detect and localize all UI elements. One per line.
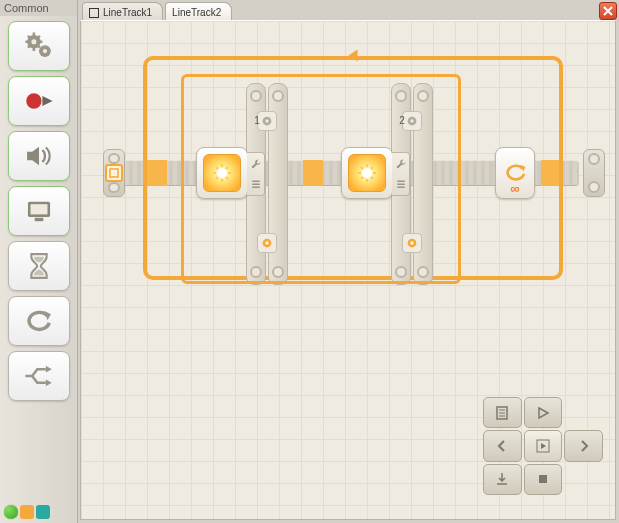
nav-left-button[interactable] — [483, 430, 522, 461]
palette-sound-block[interactable] — [8, 131, 70, 181]
palette-display-block[interactable] — [8, 186, 70, 236]
svg-point-12 — [265, 241, 269, 245]
gear-small-orange-icon — [405, 236, 419, 250]
light-sensor-icon — [203, 154, 241, 192]
speaker-icon — [22, 139, 56, 173]
palette-wait-block[interactable] — [8, 241, 70, 291]
nav-stop-button[interactable] — [524, 464, 563, 495]
nav-document-button[interactable] — [483, 397, 522, 428]
loop-end-block[interactable]: ∞ — [495, 147, 535, 199]
play-icon — [535, 438, 551, 454]
sidebar-palette: Common — [0, 0, 78, 523]
download-icon — [494, 471, 510, 487]
play-outline-icon — [535, 405, 551, 421]
svg-point-13 — [217, 168, 227, 178]
tab-linetrack1[interactable]: LineTrack1 — [82, 2, 163, 20]
switch-1-config-tab[interactable] — [247, 152, 265, 196]
wrench-icon — [250, 158, 262, 170]
svg-point-3 — [42, 49, 46, 53]
program-canvas[interactable]: ∞ 1 — [80, 20, 616, 520]
nav-controller — [483, 397, 603, 495]
tab-file-icon — [89, 8, 99, 18]
close-icon — [603, 6, 613, 16]
svg-rect-21 — [539, 475, 547, 483]
switch-block-1[interactable] — [196, 147, 248, 199]
tab-strip: LineTrack1 LineTrack2 — [82, 2, 232, 20]
chevron-right-icon — [576, 438, 592, 454]
beam-start-cap — [103, 149, 125, 197]
switch-2-config-tab[interactable] — [392, 152, 410, 196]
nav-run-button[interactable] — [524, 397, 563, 428]
svg-point-18 — [362, 168, 372, 178]
start-icon — [105, 164, 123, 181]
light-sensor-icon — [348, 154, 386, 192]
switch-1-port-label: 1 — [251, 115, 263, 126]
sidebar-title: Common — [0, 0, 77, 16]
record-play-icon — [22, 84, 56, 118]
close-button[interactable] — [599, 2, 617, 20]
document-icon — [494, 405, 510, 421]
infinity-icon: ∞ — [496, 181, 534, 196]
list-icon — [250, 179, 262, 191]
switch-2-port-label: 2 — [396, 115, 408, 126]
stop-icon — [535, 471, 551, 487]
svg-point-17 — [410, 241, 414, 245]
beam-end-cap — [583, 149, 605, 197]
list-icon — [395, 179, 407, 191]
tab-label: LineTrack2 — [172, 7, 221, 18]
palette-record-play-block[interactable] — [8, 76, 70, 126]
switch-2-false-branch[interactable] — [402, 233, 422, 253]
status-square-orange — [20, 505, 34, 519]
loop-icon — [22, 304, 56, 338]
switch-1-false-branch[interactable] — [257, 233, 277, 253]
status-dot-green — [4, 505, 18, 519]
palette-move-block[interactable] — [8, 21, 70, 71]
chevron-left-icon — [494, 438, 510, 454]
svg-rect-6 — [30, 204, 47, 214]
palette-loop-block[interactable] — [8, 296, 70, 346]
palette-switch-block[interactable] — [8, 351, 70, 401]
status-square-teal — [36, 505, 50, 519]
tab-label: LineTrack1 — [103, 7, 152, 18]
svg-point-2 — [31, 39, 36, 44]
wrench-icon — [395, 158, 407, 170]
gear-small-orange-icon — [260, 236, 274, 250]
switch-block-2[interactable] — [341, 147, 393, 199]
svg-point-4 — [26, 93, 41, 108]
switch-icon — [22, 359, 56, 393]
svg-rect-7 — [34, 218, 43, 221]
nav-play-button[interactable] — [524, 430, 563, 461]
svg-point-15 — [410, 119, 414, 123]
display-icon — [22, 194, 56, 228]
status-indicators — [4, 505, 50, 519]
nav-right-button[interactable] — [564, 430, 603, 461]
tab-linetrack2[interactable]: LineTrack2 — [165, 2, 232, 20]
svg-rect-8 — [110, 169, 118, 177]
svg-point-10 — [265, 119, 269, 123]
nav-download-button[interactable] — [483, 464, 522, 495]
hourglass-icon — [22, 249, 56, 283]
gears-icon — [22, 29, 56, 63]
